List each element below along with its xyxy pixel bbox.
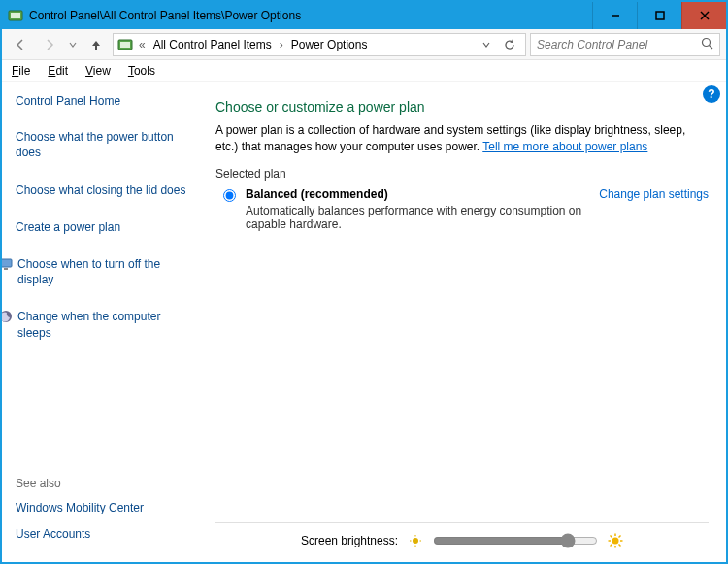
address-dropdown-icon[interactable] [479,38,494,51]
selected-plan-label: Selected plan [215,167,709,181]
brightness-label: Screen brightness: [301,534,398,547]
svg-line-9 [710,45,713,49]
menu-edit[interactable]: Edit [48,64,68,78]
recent-dropdown[interactable] [66,33,80,56]
search-icon[interactable] [701,37,713,52]
change-plan-settings-link[interactable]: Change plan settings [599,187,709,201]
menubar: File Edit View Tools [2,60,726,82]
forward-button[interactable] [37,33,62,56]
sidebar-link-power-button[interactable]: Choose what the power button does [16,129,196,160]
learn-more-link[interactable]: Tell me more about power plans [482,140,647,153]
sidebar-home-link[interactable]: Control Panel Home [16,93,196,109]
maximize-button[interactable] [637,2,681,29]
help-icon[interactable]: ? [703,85,720,103]
brightness-bar: Screen brightness: [215,522,709,562]
close-button[interactable] [681,2,726,29]
sun-dim-icon [408,533,423,548]
search-box[interactable] [530,33,720,56]
breadcrumb-item[interactable]: All Control Panel Items [151,38,274,51]
see-also-user-accounts[interactable]: User Accounts [16,526,196,542]
breadcrumb-item[interactable]: Power Options [289,38,370,51]
display-icon [2,256,14,275]
plan-description: Automatically balances performance with … [246,204,585,231]
svg-rect-11 [4,268,8,270]
address-icon [117,37,133,52]
svg-rect-10 [2,259,12,267]
sleep-icon [2,309,14,327]
sun-bright-icon [608,533,623,548]
page-heading: Choose or customize a power plan [215,99,709,115]
sidebar-link-create-plan[interactable]: Create a power plan [16,219,120,235]
refresh-button[interactable] [498,33,521,56]
up-button[interactable] [83,33,109,56]
power-plan-row: Balanced (recommended) Automatically bal… [215,183,709,239]
brightness-slider[interactable] [433,533,598,548]
svg-line-24 [619,545,621,547]
page-description: A power plan is a collection of hardware… [215,122,709,155]
window-buttons [592,2,726,29]
main-area: Control Panel Home Choose what the power… [2,82,726,562]
svg-point-18 [612,538,619,545]
window-title: Control Panel\All Control Panel Items\Po… [29,9,592,22]
sidebar-link-closing-lid[interactable]: Choose what closing the lid does [16,182,185,198]
control-panel-icon [8,8,23,23]
svg-line-26 [619,536,621,538]
svg-rect-3 [656,12,664,19]
navbar: « All Control Panel Items › Power Option… [2,29,726,60]
plan-name: Balanced (recommended) [246,187,585,201]
menu-view[interactable]: View [85,64,111,78]
content-area: ? Choose or customize a power plan A pow… [206,82,726,562]
breadcrumb-prefix: « [137,38,148,51]
window-root: Control Panel\All Control Panel Items\Po… [0,0,728,564]
svg-line-23 [611,536,612,538]
sidebar-link-computer-sleeps[interactable]: Change when the computer sleeps [17,309,196,340]
svg-rect-1 [11,13,20,18]
svg-line-25 [611,545,612,547]
see-also-label: See also [16,477,196,490]
address-bar[interactable]: « All Control Panel Items › Power Option… [113,33,526,56]
back-button[interactable] [8,33,33,56]
titlebar: Control Panel\All Control Panel Items\Po… [2,2,726,29]
plan-radio-balanced[interactable] [223,189,236,202]
svg-rect-7 [120,42,130,48]
minimize-button[interactable] [592,2,637,29]
svg-point-13 [413,538,418,544]
chevron-right-icon: › [278,38,285,51]
sidebar-link-turn-off-display[interactable]: Choose when to turn off the display [17,256,196,287]
menu-tools[interactable]: Tools [128,64,155,78]
see-also-mobility-center[interactable]: Windows Mobility Center [16,500,196,515]
sidebar: Control Panel Home Choose what the power… [2,82,206,562]
svg-point-8 [703,38,711,46]
search-input[interactable] [537,38,701,51]
menu-file[interactable]: File [12,64,30,78]
